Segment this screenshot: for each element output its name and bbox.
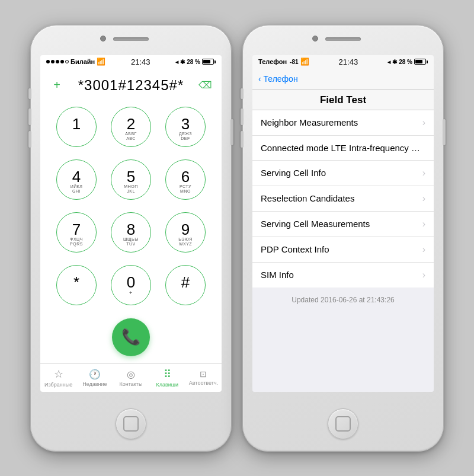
signal-dots	[46, 60, 69, 63]
dial-key-2-letters: АБВГАВС	[125, 132, 137, 138]
status-bar-1: Билайн 📶 21:43 ◂ ✱ 28 %	[40, 55, 222, 68]
field-row-reselection[interactable]: Reselection Candidates ›	[252, 186, 434, 212]
dial-key-1[interactable]: 1	[56, 107, 97, 147]
field-row-sim-label: SIM Info	[261, 270, 294, 280]
location-icon-1: ◂	[175, 59, 178, 65]
dial-key-2-num: 2	[127, 116, 135, 132]
signal-dot-2	[51, 60, 55, 63]
signal-dot-3	[56, 60, 59, 63]
dial-key-3-letters: ДЕЖЗDEF	[179, 132, 192, 138]
field-row-serving-cell-meas[interactable]: Serving Cell Measurements ›	[252, 212, 434, 237]
dial-key-0-num: 0	[127, 274, 135, 290]
silent-button-2[interactable]	[241, 88, 244, 99]
signal-strength-label: -81	[290, 59, 298, 65]
field-row-serving-cell-meas-label: Serving Cell Measurements	[261, 219, 370, 229]
field-row-sim[interactable]: SIM Info ›	[252, 263, 434, 287]
dial-key-9-num: 9	[181, 222, 190, 237]
field-row-pdp[interactable]: PDP Context Info ›	[252, 237, 434, 263]
field-row-reselection-label: Reselection Candidates	[261, 193, 354, 203]
tab-recent[interactable]: 🕐 Недавние	[76, 364, 113, 392]
bluetooth-icon-2: ✱	[392, 59, 397, 65]
camera-dot	[100, 36, 106, 41]
power-button[interactable]	[230, 119, 233, 145]
wifi-icon-2: 📶	[300, 57, 309, 66]
dial-key-8[interactable]: 8 ШЩЬЫTUV	[111, 212, 151, 253]
tab-keypad[interactable]: ⠿ Клавиши	[149, 364, 185, 392]
dial-key-3-num: 3	[181, 116, 190, 132]
dialer-number-display: *3001#12345#*	[69, 77, 193, 94]
volume-down-button[interactable]	[28, 131, 31, 148]
field-footer: Updated 2016-06-26 at 21:43:26	[252, 287, 434, 312]
volume-up-button-2[interactable]	[241, 108, 244, 125]
signal-dot-1	[46, 60, 50, 63]
dial-key-4[interactable]: 4 ИЙКЛGHI	[56, 159, 97, 200]
tab-contacts-label: Контакты	[120, 381, 143, 387]
dial-key-9-letters: ЬЭЮЯWXYZ	[178, 237, 193, 243]
status-left-1: Билайн 📶	[46, 57, 105, 66]
add-button[interactable]: +	[50, 78, 64, 92]
dial-key-5-num: 5	[127, 169, 135, 184]
time-label-1: 21:43	[131, 57, 150, 66]
field-test-screen: Телефон -81 📶 21:43 ◂ ✱ 28 %	[252, 55, 434, 392]
keypad-icon: ⠿	[164, 368, 171, 381]
chevron-icon-4: ›	[422, 219, 425, 229]
dial-key-5[interactable]: 5 МНОПJKL	[111, 159, 151, 200]
field-row-lte-label: Connected mode LTE Intra-frequency Meas	[261, 143, 425, 153]
battery-fill-2	[415, 60, 422, 63]
chevron-icon-5: ›	[422, 244, 425, 255]
tab-contacts[interactable]: ◎ Контакты	[113, 364, 149, 392]
call-button-row: 📞	[40, 312, 222, 363]
silent-button[interactable]	[28, 88, 31, 99]
dial-key-7-letters: ФХЦЧPQRS	[70, 237, 83, 243]
tab-favorites[interactable]: ☆ Избранные	[40, 364, 76, 392]
dial-key-star[interactable]: *	[56, 265, 97, 305]
field-section-main: Neighbor Measurements › Connected mode L…	[252, 110, 434, 287]
battery-body-2	[414, 59, 426, 65]
home-button-1[interactable]	[116, 408, 146, 439]
field-test-title: Field Test	[320, 94, 366, 106]
dialer-tabs: ☆ Избранные 🕐 Недавние ◎ Контакты ⠿ Клав…	[40, 363, 222, 392]
tab-keypad-label: Клавиши	[156, 382, 178, 388]
power-button-2[interactable]	[443, 119, 446, 145]
battery-tip-2	[427, 60, 428, 63]
location-icon-2: ◂	[387, 59, 390, 65]
updated-timestamp: Updated 2016-06-26 at 21:43:26	[292, 296, 394, 304]
field-row-pdp-label: PDP Context Info	[261, 244, 329, 254]
field-nav-bar: ‹ Телефон	[252, 68, 434, 90]
dial-key-9[interactable]: 9 ЬЭЮЯWXYZ	[165, 212, 206, 253]
tab-voicemail[interactable]: ⊡ Автоответч.	[185, 364, 222, 392]
battery-icon-2: 28 %	[399, 59, 428, 65]
volume-up-button[interactable]	[28, 108, 31, 125]
dial-key-star-num: *	[73, 274, 79, 290]
field-row-neighbor[interactable]: Neighbor Measurements ›	[252, 110, 434, 136]
tab-favorites-label: Избранные	[44, 382, 72, 388]
delete-button[interactable]: ⌫	[198, 79, 212, 91]
home-button-2[interactable]	[328, 408, 358, 439]
dial-key-4-letters: ИЙКЛGHI	[71, 184, 83, 190]
dial-key-1-num: 1	[72, 116, 81, 132]
status-bar-2: Телефон -81 📶 21:43 ◂ ✱ 28 %	[252, 55, 434, 68]
battery-pct-label-1: 28 %	[187, 59, 200, 65]
chevron-icon-6: ›	[422, 270, 425, 280]
dial-key-7[interactable]: 7 ФХЦЧPQRS	[56, 212, 97, 253]
dial-key-2[interactable]: 2 АБВГАВС	[111, 107, 151, 147]
battery-tip-1	[214, 60, 216, 63]
dial-key-6[interactable]: 6 РСТУMNO	[165, 159, 206, 200]
battery-pct-label-2: 28 %	[399, 59, 412, 65]
field-row-serving-cell-info-label: Serving Cell Info	[261, 168, 326, 178]
call-button[interactable]: 📞	[112, 318, 150, 356]
bluetooth-icon-1: ✱	[180, 59, 185, 65]
field-row-serving-cell-info[interactable]: Serving Cell Info ›	[252, 161, 434, 186]
phone-handset-icon: 📞	[121, 328, 140, 346]
field-row-neighbor-label: Neighbor Measurements	[261, 117, 358, 127]
dial-key-0[interactable]: 0 +	[111, 265, 151, 305]
volume-down-button-2[interactable]	[241, 131, 244, 148]
dial-key-hash[interactable]: #	[165, 265, 206, 305]
dial-key-3[interactable]: 3 ДЕЖЗDEF	[165, 107, 206, 147]
clock-icon: 🕐	[89, 369, 101, 380]
dial-key-0-letters: +	[129, 290, 133, 296]
back-button[interactable]: ‹ Телефон	[258, 74, 298, 84]
dial-key-6-num: 6	[181, 169, 190, 184]
field-row-lte[interactable]: Connected mode LTE Intra-frequency Meas	[252, 136, 434, 161]
dialer-grid: 1 2 АБВГАВС 3 ДЕЖЗDEF 4 ИЙКЛGHI	[40, 100, 222, 312]
